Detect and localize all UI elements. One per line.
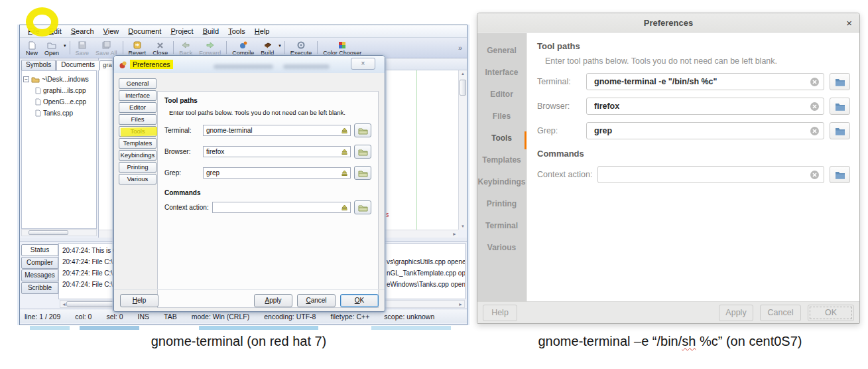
clear-entry-icon[interactable] bbox=[810, 170, 820, 180]
tab-documents[interactable]: Documents bbox=[56, 60, 99, 70]
scroll-right-arrow[interactable]: ► bbox=[452, 232, 457, 236]
build-dropdown-arrow[interactable]: ▾ bbox=[277, 43, 282, 52]
help-button[interactable]: Help bbox=[120, 294, 158, 307]
forward-button[interactable]: Forward bbox=[196, 38, 224, 57]
tree-file-row[interactable]: OpenG...e.cpp bbox=[23, 96, 95, 108]
context-action-row: Context action: bbox=[164, 200, 371, 214]
menu-document[interactable]: Document bbox=[123, 27, 166, 35]
save-button[interactable]: Save bbox=[72, 38, 93, 57]
tab-templates[interactable]: Templates bbox=[119, 138, 156, 149]
tab-scribble[interactable]: Scribble bbox=[21, 282, 58, 294]
grep-input[interactable]: grep bbox=[203, 167, 351, 179]
apply-button[interactable]: Apply bbox=[719, 305, 753, 321]
dialog-title-bar[interactable]: Preferences × bbox=[114, 56, 385, 73]
browse-context-action-button[interactable] bbox=[830, 166, 850, 183]
toolbar-overflow-button[interactable]: » bbox=[458, 44, 464, 52]
tab-compiler[interactable]: Compiler bbox=[21, 257, 58, 269]
scroll-up-arrow[interactable]: ▲ bbox=[459, 72, 467, 76]
sidebar-item-general[interactable]: General bbox=[477, 40, 526, 62]
ok-button[interactable]: OK bbox=[340, 294, 379, 307]
editor-tab-fragment[interactable]: gra bbox=[99, 60, 113, 70]
sidebar-item-keybindings[interactable]: Keybindings bbox=[477, 171, 526, 193]
scroll-down-arrow[interactable]: ▼ bbox=[459, 224, 467, 228]
cancel-button[interactable]: Cancel bbox=[297, 294, 336, 307]
tab-keybindings[interactable]: Keybindings bbox=[119, 150, 156, 161]
tab-printing[interactable]: Printing bbox=[119, 162, 156, 173]
editor-vertical-scrollbar[interactable]: ▲ ▼ bbox=[458, 70, 467, 230]
scrollbar-thumb[interactable] bbox=[460, 80, 466, 96]
tree-file-row[interactable]: Tanks.cpp bbox=[23, 108, 95, 119]
revert-button[interactable]: Revert bbox=[125, 38, 150, 57]
scroll-left-arrow[interactable]: ◄ bbox=[62, 302, 66, 307]
tab-general[interactable]: General bbox=[119, 78, 156, 89]
open-button[interactable]: Open bbox=[41, 38, 62, 57]
clear-entry-icon[interactable] bbox=[810, 126, 820, 136]
ok-button[interactable]: OK bbox=[808, 305, 854, 321]
menu-build[interactable]: Build bbox=[198, 27, 223, 35]
menu-view[interactable]: View bbox=[99, 27, 124, 35]
sidebar-item-printing[interactable]: Printing bbox=[477, 193, 526, 215]
menu-help[interactable]: Help bbox=[250, 27, 275, 35]
tab-interface[interactable]: Interface bbox=[119, 90, 156, 101]
browse-grep-button[interactable] bbox=[354, 166, 371, 180]
help-button[interactable]: Help bbox=[483, 305, 517, 321]
apply-button[interactable]: Apply bbox=[254, 294, 292, 307]
tree-root-row[interactable]: − ~\Desk...indows bbox=[23, 74, 95, 85]
sidebar-item-templates[interactable]: Templates bbox=[477, 149, 526, 171]
back-button[interactable]: Back bbox=[176, 38, 196, 57]
menu-tools[interactable]: Tools bbox=[223, 27, 250, 35]
clear-entry-icon[interactable] bbox=[341, 204, 348, 211]
sidebar-item-tools[interactable]: Tools bbox=[477, 127, 526, 149]
grep-input[interactable]: grep bbox=[586, 122, 824, 139]
tree-file-row[interactable]: graphi...ils.cpp bbox=[23, 85, 95, 96]
tab-editor[interactable]: Editor bbox=[119, 102, 156, 113]
menu-project[interactable]: Project bbox=[166, 27, 198, 35]
context-action-input[interactable] bbox=[597, 166, 824, 183]
tab-files[interactable]: Files bbox=[119, 114, 156, 125]
build-button[interactable]: Build bbox=[257, 38, 277, 57]
browse-browser-button[interactable] bbox=[354, 145, 371, 159]
save-all-button[interactable]: Save All bbox=[92, 38, 121, 57]
browse-context-action-button[interactable] bbox=[354, 200, 371, 214]
terminal-input[interactable]: gnome-terminal -e "/bin/sh %c" bbox=[586, 73, 824, 90]
terminal-input[interactable]: gnome-terminal bbox=[203, 125, 351, 136]
clear-entry-icon[interactable] bbox=[341, 148, 348, 155]
sidebar-item-files[interactable]: Files bbox=[477, 106, 526, 127]
execute-button[interactable]: Execute bbox=[287, 38, 316, 57]
context-action-input[interactable] bbox=[212, 202, 351, 213]
browse-grep-button[interactable] bbox=[830, 122, 850, 139]
clear-entry-icon[interactable] bbox=[810, 102, 820, 111]
tab-status[interactable]: Status bbox=[21, 244, 58, 256]
sidebar-item-editor[interactable]: Editor bbox=[477, 84, 526, 106]
close-button[interactable]: × bbox=[846, 13, 852, 33]
new-button[interactable]: New bbox=[23, 38, 41, 57]
browse-browser-button[interactable] bbox=[830, 98, 850, 115]
close-button[interactable]: × bbox=[351, 58, 375, 70]
browser-input[interactable]: firefox bbox=[586, 98, 824, 115]
sidebar-horizontal-scrollbar[interactable] bbox=[21, 229, 97, 236]
browser-input[interactable]: firefox bbox=[203, 146, 351, 157]
open-dropdown-arrow[interactable]: ▾ bbox=[62, 43, 68, 52]
tree-expander-icon[interactable]: − bbox=[23, 76, 29, 82]
color-chooser-button[interactable]: Color Chooser bbox=[320, 38, 365, 57]
tab-messages[interactable]: Messages bbox=[21, 269, 58, 281]
sidebar-item-various[interactable]: Various bbox=[477, 237, 526, 259]
menu-search[interactable]: Search bbox=[66, 27, 99, 35]
sidebar-item-interface[interactable]: Interface bbox=[477, 62, 526, 84]
scroll-right-arrow[interactable]: ► bbox=[458, 302, 463, 307]
tab-tools[interactable]: Tools bbox=[119, 126, 156, 137]
clear-entry-icon[interactable] bbox=[341, 169, 348, 177]
browse-terminal-button[interactable] bbox=[830, 73, 850, 90]
compile-button[interactable]: Compile bbox=[229, 38, 257, 57]
close-button[interactable]: Close bbox=[149, 38, 171, 57]
dialog-title-bar[interactable]: Preferences × bbox=[477, 13, 859, 33]
tab-symbols[interactable]: Symbols bbox=[21, 60, 56, 70]
scrollbar-thumb[interactable] bbox=[29, 230, 68, 235]
open-folder-icon bbox=[358, 204, 368, 212]
cancel-button[interactable]: Cancel bbox=[760, 305, 801, 321]
clear-entry-icon[interactable] bbox=[341, 127, 348, 134]
tab-various[interactable]: Various bbox=[119, 174, 156, 184]
browse-terminal-button[interactable] bbox=[354, 123, 371, 137]
sidebar-item-terminal[interactable]: Terminal bbox=[477, 215, 526, 237]
clear-entry-icon[interactable] bbox=[810, 77, 820, 87]
